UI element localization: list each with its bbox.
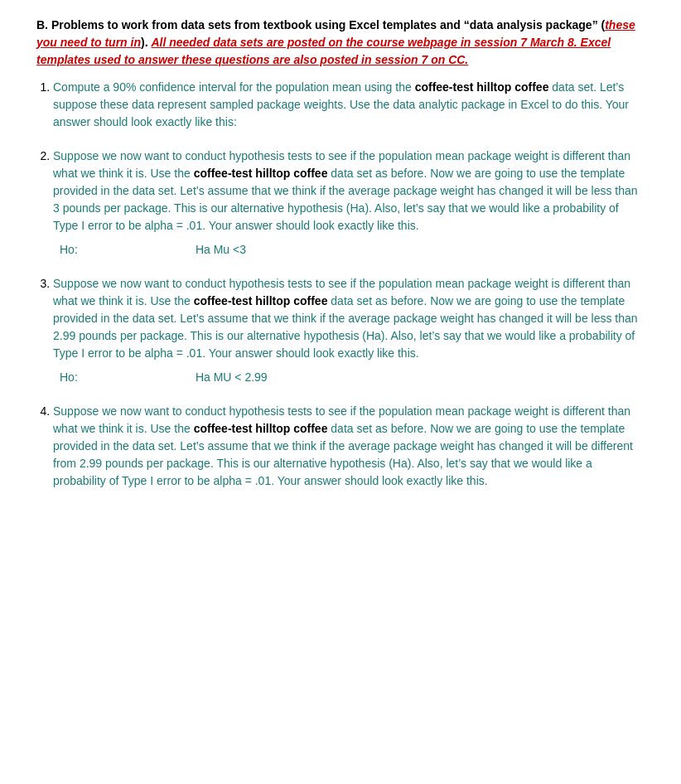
list-item: Suppose we now want to conduct hypothesi… bbox=[53, 403, 645, 490]
item-3-ho-label: Ho: bbox=[60, 369, 192, 386]
item-1-bold: coffee-test hilltop coffee bbox=[415, 80, 549, 94]
item-2-hypothesis: Ho: Ha Mu <3 bbox=[53, 241, 645, 259]
item-2-bold: coffee-test hilltop coffee bbox=[194, 167, 328, 180]
item-2-ha-value: Ha Mu <3 bbox=[196, 243, 246, 256]
header-bold-text: B. Problems to work from data sets from … bbox=[36, 18, 605, 31]
list-item: Suppose we now want to conduct hypothesi… bbox=[53, 275, 645, 386]
header-bold-paren: ). bbox=[141, 36, 151, 49]
item-4-bold: coffee-test hilltop coffee bbox=[194, 422, 328, 435]
item-1-text-part-1: Compute a 90% confidence interval for th… bbox=[53, 80, 415, 94]
item-4-text: Suppose we now want to conduct hypothesi… bbox=[53, 404, 633, 487]
item-2-ho-label: Ho: bbox=[60, 241, 192, 259]
item-3-hypothesis: Ho: Ha MU < 2.99 bbox=[53, 369, 645, 386]
list-item: Suppose we now want to conduct hypothesi… bbox=[53, 148, 645, 259]
list-item: Compute a 90% confidence interval for th… bbox=[53, 79, 645, 131]
item-2-text: Suppose we now want to conduct hypothesi… bbox=[53, 149, 638, 232]
section-header: B. Problems to work from data sets from … bbox=[36, 17, 645, 69]
problem-list: Compute a 90% confidence interval for th… bbox=[53, 79, 645, 490]
item-1-text: Compute a 90% confidence interval for th… bbox=[53, 80, 629, 128]
item-3-ha-value: Ha MU < 2.99 bbox=[196, 370, 268, 384]
item-3-text: Suppose we now want to conduct hypothesi… bbox=[53, 277, 638, 360]
item-3-bold: coffee-test hilltop coffee bbox=[194, 294, 328, 307]
